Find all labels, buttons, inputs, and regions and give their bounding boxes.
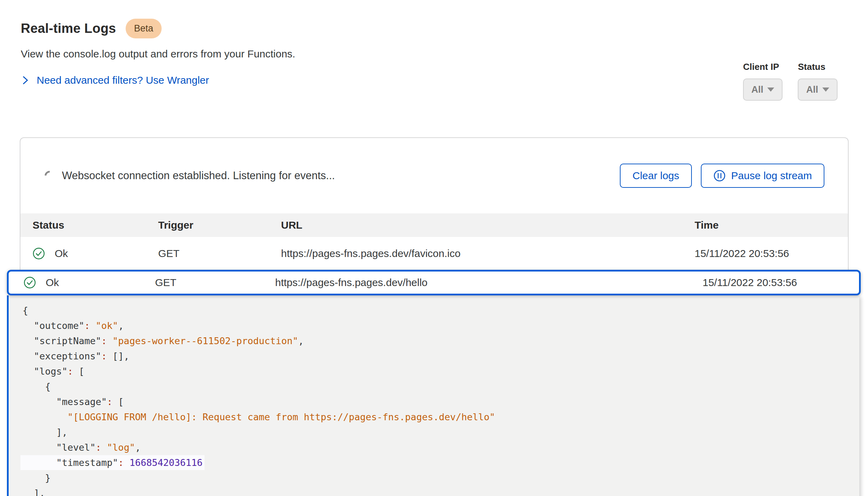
pause-log-stream-button[interactable]: Pause log stream: [701, 164, 824, 188]
clear-logs-button[interactable]: Clear logs: [620, 164, 691, 188]
client-ip-dropdown-value: All: [751, 84, 763, 95]
wrangler-link-row[interactable]: Need advanced filters? Use Wrangler: [21, 74, 209, 86]
column-header-status: Status: [33, 219, 158, 231]
code-line: "message": [: [22, 394, 859, 410]
expanded-log-group: Ok GET https://pages-fns.pages.dev/hello…: [7, 270, 861, 496]
client-ip-filter: Client IP All: [743, 62, 783, 101]
log-panel: Websocket connection established. Listen…: [20, 137, 849, 496]
status-filter: Status All: [798, 62, 838, 101]
url-value: https://pages-fns.pages.dev/hello: [275, 277, 703, 288]
column-header-time: Time: [695, 219, 848, 231]
time-value: 15/11/2022 20:53:56: [703, 277, 859, 288]
code-line: ],: [22, 425, 859, 440]
table-header-row: Status Trigger URL Time: [20, 213, 848, 237]
code-line: "timestamp": 1668542036116: [22, 455, 859, 470]
filters: Client IP All Status All: [743, 62, 838, 101]
caret-down-icon: [822, 88, 829, 92]
caret-down-icon: [767, 88, 774, 92]
log-table: Status Trigger URL Time Ok GET https://p…: [20, 213, 848, 496]
column-header-trigger: Trigger: [158, 219, 281, 231]
code-line: {: [22, 379, 859, 394]
code-line: "logs": [: [22, 364, 859, 379]
log-row-hello-selected[interactable]: Ok GET https://pages-fns.pages.dev/hello…: [7, 270, 861, 295]
trigger-value: GET: [155, 277, 275, 288]
expanded-log-detail: { "outcome": "ok", "scriptName": "pages-…: [7, 295, 859, 496]
title-row: Real-time Logs Beta: [21, 19, 849, 38]
code-line: "scriptName": "pages-worker--611502-prod…: [22, 333, 859, 349]
status-cell: Ok: [24, 276, 155, 289]
status-dropdown-value: All: [806, 84, 818, 95]
ok-check-icon: [33, 247, 45, 260]
time-value: 15/11/2022 20:53:56: [695, 248, 848, 259]
code-line: ],: [22, 486, 859, 496]
status-value: Ok: [46, 277, 59, 288]
page-header: Real-time Logs Beta View the console.log…: [0, 0, 868, 86]
log-toolbar: Websocket connection established. Listen…: [20, 138, 848, 213]
page-title: Real-time Logs: [21, 21, 116, 36]
page-subtitle: View the console.log output and errors f…: [21, 48, 849, 60]
client-ip-label: Client IP: [743, 62, 783, 72]
log-json-code: { "outcome": "ok", "scriptName": "pages-…: [22, 303, 859, 496]
trigger-value: GET: [158, 248, 281, 259]
code-line: }: [22, 470, 859, 486]
websocket-status-message: Websocket connection established. Listen…: [62, 169, 620, 182]
status-value: Ok: [55, 248, 68, 259]
beta-badge: Beta: [126, 19, 162, 38]
code-line: {: [22, 303, 859, 318]
code-line: "[LOGGING FROM /hello]: Request came fro…: [22, 410, 859, 425]
url-value: https://pages-fns.pages.dev/favicon.ico: [281, 248, 695, 259]
client-ip-dropdown[interactable]: All: [743, 79, 783, 101]
code-line: "exceptions": [],: [22, 349, 859, 364]
wrangler-link[interactable]: Need advanced filters? Use Wrangler: [37, 74, 209, 86]
code-line: "outcome": "ok",: [22, 318, 859, 333]
pause-icon: [713, 169, 726, 182]
status-dropdown[interactable]: All: [798, 79, 838, 101]
code-line: "level": "log",: [22, 440, 859, 455]
status-cell: Ok: [33, 247, 158, 260]
clear-logs-label: Clear logs: [632, 170, 679, 182]
column-header-url: URL: [281, 219, 695, 231]
pause-log-stream-label: Pause log stream: [731, 170, 812, 182]
status-filter-label: Status: [798, 62, 838, 72]
chevron-right-icon: [21, 76, 30, 85]
spinner-icon: [43, 169, 56, 183]
ok-check-icon: [24, 276, 36, 289]
log-row-favicon[interactable]: Ok GET https://pages-fns.pages.dev/favic…: [20, 237, 848, 270]
